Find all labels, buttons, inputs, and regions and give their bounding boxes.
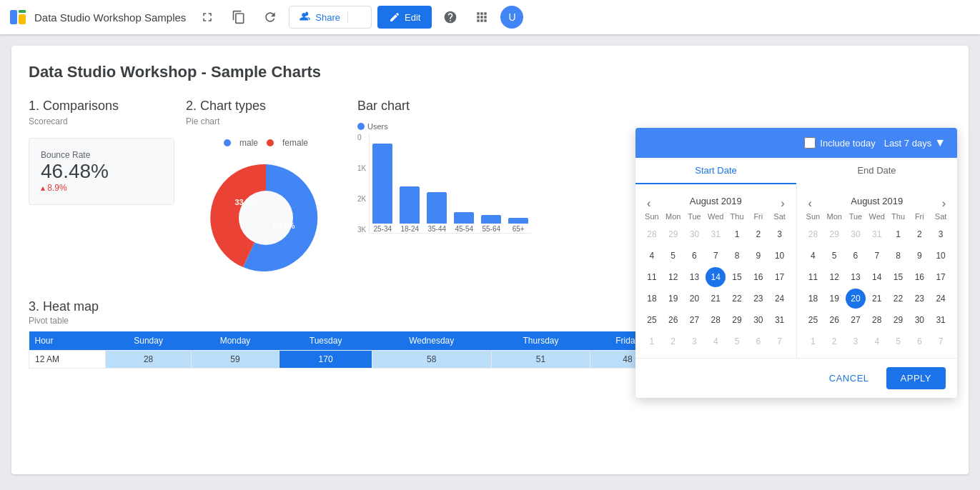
start-day-16[interactable]: 16 <box>748 267 768 287</box>
end-day-31[interactable]: 31 <box>931 310 951 330</box>
start-day-23[interactable]: 23 <box>748 289 768 309</box>
start-day-next-3[interactable]: 3 <box>684 331 704 351</box>
include-today-checkbox[interactable] <box>804 137 816 149</box>
start-day-22[interactable]: 22 <box>727 289 747 309</box>
start-day-prev-30[interactable]: 30 <box>684 224 704 244</box>
end-day-25[interactable]: 25 <box>803 310 823 330</box>
start-day-prev-28[interactable]: 28 <box>642 224 662 244</box>
end-day-10[interactable]: 10 <box>931 246 951 266</box>
start-day-31[interactable]: 31 <box>770 310 790 330</box>
end-day-28[interactable]: 28 <box>867 310 887 330</box>
start-day-8[interactable]: 8 <box>727 246 747 266</box>
end-day-13[interactable]: 13 <box>846 267 866 287</box>
end-day-19[interactable]: 19 <box>824 289 844 309</box>
end-day-next-2[interactable]: 2 <box>824 331 844 351</box>
start-day-next-7[interactable]: 7 <box>770 331 790 351</box>
end-day-prev-31[interactable]: 31 <box>867 224 887 244</box>
end-day-11[interactable]: 11 <box>803 267 823 287</box>
end-day-9[interactable]: 9 <box>909 246 929 266</box>
start-day-9[interactable]: 9 <box>748 246 768 266</box>
end-day-next-3[interactable]: 3 <box>846 331 866 351</box>
end-day-16[interactable]: 16 <box>909 267 929 287</box>
start-day-13[interactable]: 13 <box>684 267 704 287</box>
start-day-28[interactable]: 28 <box>706 310 726 330</box>
start-day-11[interactable]: 11 <box>642 267 662 287</box>
start-day-6[interactable]: 6 <box>684 246 704 266</box>
apply-button[interactable]: APPLY <box>886 367 946 389</box>
end-day-24[interactable]: 24 <box>931 289 951 309</box>
end-next-button[interactable]: › <box>936 194 951 213</box>
start-day-prev-29[interactable]: 29 <box>663 224 683 244</box>
end-day-next-1[interactable]: 1 <box>803 331 823 351</box>
dp-preset[interactable]: Last 7 days ▼ <box>884 136 946 149</box>
end-day-3[interactable]: 3 <box>931 224 951 244</box>
start-day-1[interactable]: 1 <box>727 224 747 244</box>
tab-end-date[interactable]: End Date <box>796 158 957 184</box>
start-day-next-4[interactable]: 4 <box>706 331 726 351</box>
end-prev-button[interactable]: ‹ <box>803 194 818 213</box>
end-day-5[interactable]: 5 <box>824 246 844 266</box>
start-day-next-5[interactable]: 5 <box>727 331 747 351</box>
start-day-24[interactable]: 24 <box>770 289 790 309</box>
end-day-21[interactable]: 21 <box>867 289 887 309</box>
start-day-4[interactable]: 4 <box>642 246 662 266</box>
end-day-30[interactable]: 30 <box>909 310 929 330</box>
dp-include-today[interactable]: Include today <box>804 137 875 149</box>
share-button-group[interactable]: Share <box>289 6 372 29</box>
end-day-26[interactable]: 26 <box>824 310 844 330</box>
end-day-1[interactable]: 1 <box>889 224 909 244</box>
start-day-21[interactable]: 21 <box>706 289 726 309</box>
start-day-29[interactable]: 29 <box>727 310 747 330</box>
start-day-prev-31[interactable]: 31 <box>706 224 726 244</box>
start-day-17[interactable]: 17 <box>770 267 790 287</box>
start-day-next-6[interactable]: 6 <box>748 331 768 351</box>
start-day-next-1[interactable]: 1 <box>642 331 662 351</box>
cancel-button[interactable]: CANCEL <box>818 367 881 389</box>
start-day-10[interactable]: 10 <box>770 246 790 266</box>
end-day-next-6[interactable]: 6 <box>909 331 929 351</box>
end-day-27[interactable]: 27 <box>846 310 866 330</box>
refresh-button[interactable] <box>257 4 283 30</box>
start-day-5[interactable]: 5 <box>663 246 683 266</box>
end-day-4[interactable]: 4 <box>803 246 823 266</box>
start-day-next-2[interactable]: 2 <box>663 331 683 351</box>
end-day-prev-29[interactable]: 29 <box>824 224 844 244</box>
grid-button[interactable] <box>469 4 495 30</box>
end-day-20[interactable]: 20 <box>846 289 866 309</box>
start-next-button[interactable]: › <box>775 194 790 213</box>
end-day-prev-28[interactable]: 28 <box>803 224 823 244</box>
help-button[interactable] <box>437 4 463 30</box>
end-day-14[interactable]: 14 <box>867 267 887 287</box>
start-day-26[interactable]: 26 <box>663 310 683 330</box>
end-day-23[interactable]: 23 <box>909 289 929 309</box>
end-day-22[interactable]: 22 <box>889 289 909 309</box>
end-day-next-7[interactable]: 7 <box>931 331 951 351</box>
start-day-14[interactable]: 14 <box>706 267 726 287</box>
end-day-17[interactable]: 17 <box>931 267 951 287</box>
start-day-27[interactable]: 27 <box>684 310 704 330</box>
avatar[interactable]: U <box>500 6 523 29</box>
start-day-30[interactable]: 30 <box>748 310 768 330</box>
end-day-12[interactable]: 12 <box>824 267 844 287</box>
start-day-19[interactable]: 19 <box>663 289 683 309</box>
tab-start-date[interactable]: Start Date <box>635 158 796 184</box>
start-day-25[interactable]: 25 <box>642 310 662 330</box>
start-day-20[interactable]: 20 <box>684 289 704 309</box>
end-day-2[interactable]: 2 <box>909 224 929 244</box>
start-day-18[interactable]: 18 <box>642 289 662 309</box>
end-day-next-4[interactable]: 4 <box>867 331 887 351</box>
end-day-8[interactable]: 8 <box>889 246 909 266</box>
copy-button[interactable] <box>226 4 252 30</box>
edit-button[interactable]: Edit <box>377 6 432 29</box>
end-day-18[interactable]: 18 <box>803 289 823 309</box>
start-day-3[interactable]: 3 <box>770 224 790 244</box>
start-day-15[interactable]: 15 <box>727 267 747 287</box>
end-day-7[interactable]: 7 <box>867 246 887 266</box>
fullscreen-button[interactable] <box>194 4 220 30</box>
end-day-6[interactable]: 6 <box>846 246 866 266</box>
end-day-prev-30[interactable]: 30 <box>846 224 866 244</box>
end-day-15[interactable]: 15 <box>889 267 909 287</box>
end-day-29[interactable]: 29 <box>889 310 909 330</box>
start-day-12[interactable]: 12 <box>663 267 683 287</box>
start-day-2[interactable]: 2 <box>748 224 768 244</box>
